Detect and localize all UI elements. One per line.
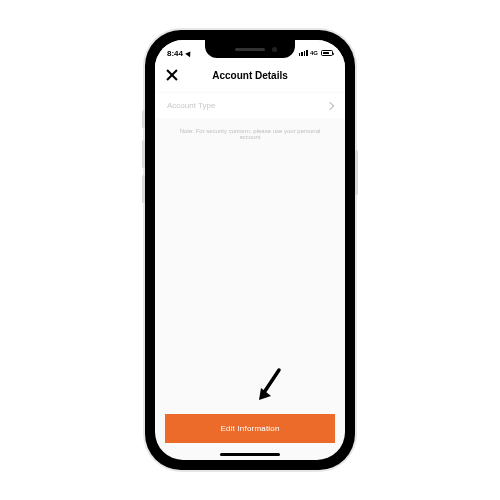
page-header: Account Details <box>155 62 345 92</box>
volume-up <box>142 140 145 168</box>
signal-icon <box>299 50 308 56</box>
battery-icon <box>321 50 333 56</box>
svg-line-0 <box>263 370 279 394</box>
screen: 8:44 4G Account Details Account Type <box>155 40 345 460</box>
power-button <box>355 150 358 195</box>
home-indicator[interactable] <box>220 453 280 456</box>
speaker <box>235 48 265 51</box>
camera <box>272 47 277 52</box>
security-note: Note: For security concern, please use y… <box>155 118 345 150</box>
account-type-row[interactable]: Account Type <box>155 93 345 118</box>
network-type: 4G <box>310 50 318 56</box>
content-spacer <box>155 150 345 404</box>
chevron-right-icon <box>326 101 334 109</box>
notch <box>205 40 295 58</box>
page-title: Account Details <box>212 70 288 81</box>
status-time: 8:44 <box>167 49 183 58</box>
location-icon <box>185 49 193 57</box>
close-icon[interactable] <box>165 68 179 82</box>
annotation-arrow <box>255 366 285 404</box>
edit-information-button[interactable]: Edit Information <box>165 414 335 443</box>
volume-down <box>142 175 145 203</box>
phone-frame: 8:44 4G Account Details Account Type <box>145 30 355 470</box>
mute-switch <box>142 110 145 128</box>
account-type-label: Account Type <box>167 101 215 110</box>
